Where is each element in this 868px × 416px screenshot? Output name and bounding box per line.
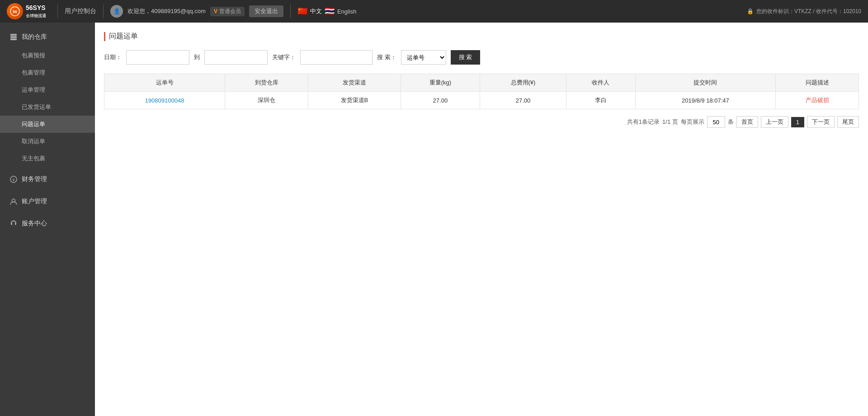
cell-total-fee: 27.00 — [480, 92, 566, 109]
member-label: 普通会员 — [219, 8, 241, 15]
account-icon — [9, 197, 18, 206]
first-page-button[interactable]: 首页 — [736, 116, 758, 128]
header-right: 🔒 您的收件标识：VTKZZ / 收件代号：102010 — [747, 8, 861, 15]
sidebar-section-warehouse: 我的仓库 包裹预报 包裹管理 运单管理 已发货运单 问题运单 取消运单 无主包裹 — [0, 27, 95, 167]
svg-rect-4 — [10, 38, 17, 40]
layers-icon — [9, 33, 18, 42]
cell-weight: 27.00 — [401, 92, 480, 109]
sidebar-item-shipped-orders[interactable]: 已发货运单 — [0, 98, 95, 116]
sidebar-item-order-management[interactable]: 运单管理 — [0, 81, 95, 98]
member-icon: V — [214, 8, 217, 14]
sidebar-section-warehouse-label: 我的仓库 — [22, 33, 47, 41]
col-total-fee: 总费用(¥) — [480, 74, 566, 92]
col-receiver: 收件人 — [566, 74, 635, 92]
header: 56 56SYS 全球物流通 用户控制台 👤 欢迎您，409889195@qq.… — [0, 0, 868, 23]
sidebar-section-warehouse-header[interactable]: 我的仓库 — [0, 27, 95, 47]
lang-en-label[interactable]: English — [337, 8, 357, 15]
data-table: 运单号 到货仓库 发货渠道 重量(kg) 总费用(¥) 收件人 提交时间 问题描… — [104, 74, 859, 109]
table-head: 运单号 到货仓库 发货渠道 重量(kg) 总费用(¥) 收件人 提交时间 问题描… — [104, 74, 859, 92]
col-description: 问题描述 — [776, 74, 859, 92]
col-submit-time: 提交时间 — [635, 74, 775, 92]
avatar: 👤 — [110, 5, 123, 18]
svg-rect-3 — [10, 36, 17, 38]
lock-icon: 🔒 — [747, 8, 754, 14]
sidebar-item-problem-orders[interactable]: 问题运单 — [0, 116, 95, 133]
table-header-row: 运单号 到货仓库 发货渠道 重量(kg) 总费用(¥) 收件人 提交时间 问题描… — [104, 74, 859, 92]
receiver-info: 您的收件标识：VTKZZ / 收件代号：102010 — [756, 8, 861, 15]
logout-button[interactable]: 安全退出 — [249, 5, 283, 17]
sidebar-section-service-header[interactable]: 服务中心 — [0, 214, 95, 234]
welcome-text: 欢迎您，409889195@qq.com — [127, 7, 206, 15]
search-select[interactable]: 运单号 收件人 备注 — [401, 50, 446, 65]
order-no-link[interactable]: 190809100048 — [145, 97, 184, 104]
prev-page-button[interactable]: 上一页 — [761, 116, 788, 128]
col-weight: 重量(kg) — [401, 74, 480, 92]
logo-text: 56SYS 全球物流通 — [26, 4, 46, 19]
col-channel: 发货渠道 — [308, 74, 401, 92]
page-title-bar — [104, 32, 105, 41]
header-divider-1 — [57, 5, 58, 18]
sidebar-section-finance-header[interactable]: ¥ 财务管理 — [0, 169, 95, 189]
th-flag-icon: 🇹🇭 — [325, 6, 335, 16]
sidebar-item-package-management[interactable]: 包裹管理 — [0, 64, 95, 81]
page-size-input[interactable] — [707, 116, 725, 128]
cn-flag-icon: 🇨🇳 — [297, 6, 307, 16]
pagination-per-page-unit: 条 — [728, 118, 734, 126]
search-bar: 日期： 到 关键字： 搜 索： 运单号 收件人 备注 搜 索 — [104, 50, 859, 65]
sidebar-item-cancelled-orders[interactable]: 取消运单 — [0, 133, 95, 150]
col-warehouse: 到货仓库 — [225, 74, 308, 92]
svg-text:¥: ¥ — [12, 178, 15, 182]
layout: 我的仓库 包裹预报 包裹管理 运单管理 已发货运单 问题运单 取消运单 无主包裹… — [0, 23, 868, 416]
cell-receiver: 李白 — [566, 92, 635, 109]
lang-selector: 🇨🇳 中文 🇹🇭 English — [297, 6, 357, 16]
header-divider-2 — [103, 5, 104, 18]
table-row: 190809100048 深圳仓 发货渠道B 27.00 27.00 李白 20… — [104, 92, 859, 109]
header-divider-3 — [290, 5, 291, 18]
date-to-input[interactable] — [204, 50, 268, 65]
cell-channel: 发货渠道B — [308, 92, 401, 109]
sidebar-section-account: 账户管理 — [0, 192, 95, 211]
next-page-button[interactable]: 下一页 — [807, 116, 835, 128]
pagination-page-info: 1/1 页 — [662, 118, 678, 126]
logo-icon: 56 — [7, 3, 23, 19]
sidebar: 我的仓库 包裹预报 包裹管理 运单管理 已发货运单 问题运单 取消运单 无主包裹… — [0, 23, 95, 416]
date-to-label: 到 — [194, 53, 200, 61]
search-by-label: 搜 索： — [377, 53, 396, 61]
table-body: 190809100048 深圳仓 发货渠道B 27.00 27.00 李白 20… — [104, 92, 859, 109]
sidebar-section-account-header[interactable]: 账户管理 — [0, 192, 95, 211]
keyword-label: 关键字： — [272, 53, 296, 61]
member-badge: V 普通会员 — [210, 7, 245, 16]
pagination: 共有1条记录 1/1 页 每页展示 条 首页 上一页 1 下一页 尾页 — [104, 116, 859, 128]
page-title: 问题运单 — [109, 32, 138, 41]
current-page-button[interactable]: 1 — [791, 117, 804, 127]
main-content: 问题运单 日期： 到 关键字： 搜 索： 运单号 收件人 备注 搜 索 运单号 … — [95, 23, 868, 416]
search-button[interactable]: 搜 索 — [451, 50, 481, 65]
sidebar-item-unclaimed-packages[interactable]: 无主包裹 — [0, 150, 95, 167]
last-page-button[interactable]: 尾页 — [837, 116, 859, 128]
sidebar-section-account-label: 账户管理 — [22, 197, 47, 206]
sidebar-section-finance: ¥ 财务管理 — [0, 169, 95, 189]
sidebar-section-service: 服务中心 — [0, 214, 95, 234]
svg-rect-2 — [10, 34, 17, 36]
keyword-input[interactable] — [300, 50, 373, 65]
cell-submit-time: 2019/8/9 18:07:47 — [635, 92, 775, 109]
logo: 56 56SYS 全球物流通 — [7, 3, 46, 19]
pagination-total: 共有1条记录 — [627, 118, 660, 126]
sidebar-section-finance-label: 财务管理 — [22, 175, 47, 183]
page-title-container: 问题运单 — [104, 32, 859, 41]
cell-warehouse: 深圳仓 — [225, 92, 308, 109]
sidebar-section-service-label: 服务中心 — [22, 220, 47, 228]
cell-order-no: 190809100048 — [104, 92, 225, 109]
date-label: 日期： — [104, 53, 122, 61]
col-order-no: 运单号 — [104, 74, 225, 92]
svg-text:56: 56 — [13, 9, 17, 14]
cell-description: 产品破损 — [776, 92, 859, 109]
date-from-input[interactable] — [126, 50, 189, 65]
system-title: 用户控制台 — [65, 7, 96, 15]
sidebar-item-package-forecast[interactable]: 包裹预报 — [0, 47, 95, 64]
finance-icon: ¥ — [9, 175, 18, 184]
lang-cn-label[interactable]: 中文 — [310, 7, 322, 15]
description-link[interactable]: 产品破损 — [806, 97, 829, 103]
service-icon — [9, 219, 18, 228]
pagination-per-page-label: 每页展示 — [681, 118, 704, 126]
